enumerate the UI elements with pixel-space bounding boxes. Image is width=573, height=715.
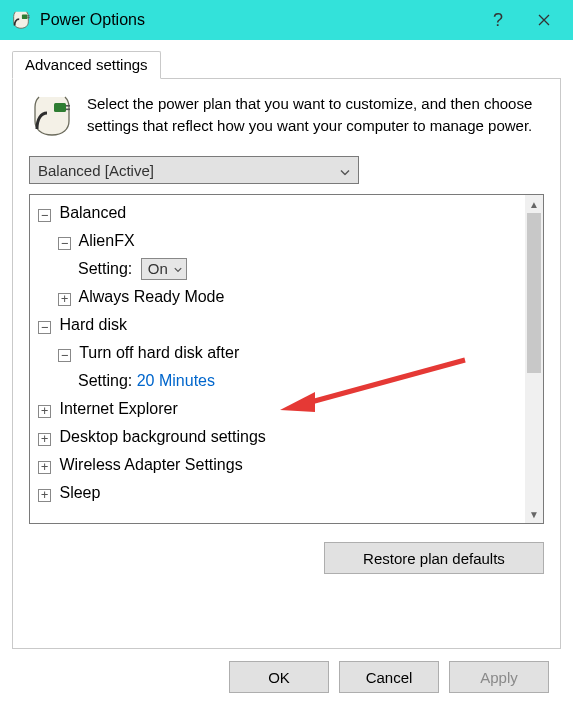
setting-label: Setting:	[78, 372, 132, 389]
app-icon	[10, 9, 32, 31]
expand-icon[interactable]: +	[38, 433, 51, 446]
chevron-down-icon	[340, 162, 350, 179]
tab-advanced-settings[interactable]: Advanced settings	[12, 51, 161, 79]
expand-icon[interactable]: +	[38, 489, 51, 502]
scroll-thumb[interactable]	[527, 213, 541, 373]
close-icon	[538, 12, 550, 29]
svg-rect-1	[27, 15, 29, 16]
tree-label: Internet Explorer	[59, 400, 177, 417]
svg-rect-3	[54, 103, 66, 112]
tab-strip: Advanced settings	[12, 50, 561, 78]
tree-label: Always Ready Mode	[79, 288, 225, 305]
plan-select-dropdown[interactable]: Balanced [Active]	[29, 156, 359, 184]
hard-disk-setting-value[interactable]: 20 Minutes	[137, 372, 215, 389]
scroll-down-icon[interactable]: ▼	[525, 505, 543, 523]
close-button[interactable]	[521, 0, 567, 40]
tree-node-hard-disk-setting: Setting: 20 Minutes	[36, 367, 523, 395]
dialog-footer: OK Cancel Apply	[12, 649, 561, 703]
tree-node-alienfx[interactable]: − AlienFX	[36, 227, 523, 255]
tree-label: Turn off hard disk after	[79, 344, 239, 361]
tab-panel: Select the power plan that you want to c…	[12, 78, 561, 649]
intro-text: Select the power plan that you want to c…	[87, 93, 544, 142]
power-options-icon	[29, 93, 75, 142]
intro-block: Select the power plan that you want to c…	[29, 93, 544, 142]
tree-label: Wireless Adapter Settings	[59, 456, 242, 473]
setting-value: On	[148, 256, 168, 282]
window-title: Power Options	[40, 11, 145, 29]
collapse-icon[interactable]: −	[58, 349, 71, 362]
tree-label: Sleep	[59, 484, 100, 501]
tree-label: Desktop background settings	[59, 428, 265, 445]
ok-button[interactable]: OK	[229, 661, 329, 693]
tree-label: AlienFX	[79, 232, 135, 249]
alienfx-setting-dropdown[interactable]: On	[141, 258, 187, 280]
expand-icon[interactable]: +	[38, 461, 51, 474]
restore-plan-defaults-button[interactable]: Restore plan defaults	[324, 542, 544, 574]
tree-content: − Balanced − AlienFX Setting: On	[30, 195, 543, 511]
svg-rect-2	[27, 17, 29, 18]
tree-label: Balanced	[59, 204, 126, 221]
tree-node-always-ready[interactable]: + Always Ready Mode	[36, 283, 523, 311]
cancel-button[interactable]: Cancel	[339, 661, 439, 693]
apply-button[interactable]: Apply	[449, 661, 549, 693]
help-icon: ?	[493, 10, 503, 31]
title-bar: Power Options ?	[0, 0, 573, 40]
settings-tree: − Balanced − AlienFX Setting: On	[29, 194, 544, 524]
collapse-icon[interactable]: −	[38, 321, 51, 334]
expand-icon[interactable]: +	[38, 405, 51, 418]
tree-label: Hard disk	[59, 316, 127, 333]
tree-node-hard-disk[interactable]: − Hard disk	[36, 311, 523, 339]
svg-rect-5	[66, 109, 70, 111]
setting-label: Setting:	[78, 260, 132, 277]
tree-node-wireless-adapter[interactable]: + Wireless Adapter Settings	[36, 451, 523, 479]
scroll-up-icon[interactable]: ▲	[525, 195, 543, 213]
tree-node-turn-off-hard-disk[interactable]: − Turn off hard disk after	[36, 339, 523, 367]
collapse-icon[interactable]: −	[58, 237, 71, 250]
chevron-down-icon	[174, 260, 182, 278]
tree-node-balanced[interactable]: − Balanced	[36, 199, 523, 227]
svg-rect-0	[22, 15, 27, 20]
collapse-icon[interactable]: −	[38, 209, 51, 222]
tree-scrollbar[interactable]: ▲ ▼	[525, 195, 543, 523]
tree-node-internet-explorer[interactable]: + Internet Explorer	[36, 395, 523, 423]
help-button[interactable]: ?	[475, 0, 521, 40]
tree-node-sleep[interactable]: + Sleep	[36, 479, 523, 507]
restore-row: Restore plan defaults	[29, 542, 544, 574]
client-area: Advanced settings Select the power plan …	[0, 40, 573, 715]
tree-node-alienfx-setting: Setting: On	[36, 255, 523, 283]
svg-rect-4	[66, 105, 70, 107]
plan-select-value: Balanced [Active]	[38, 162, 154, 179]
tree-node-desktop-background[interactable]: + Desktop background settings	[36, 423, 523, 451]
expand-icon[interactable]: +	[58, 293, 71, 306]
